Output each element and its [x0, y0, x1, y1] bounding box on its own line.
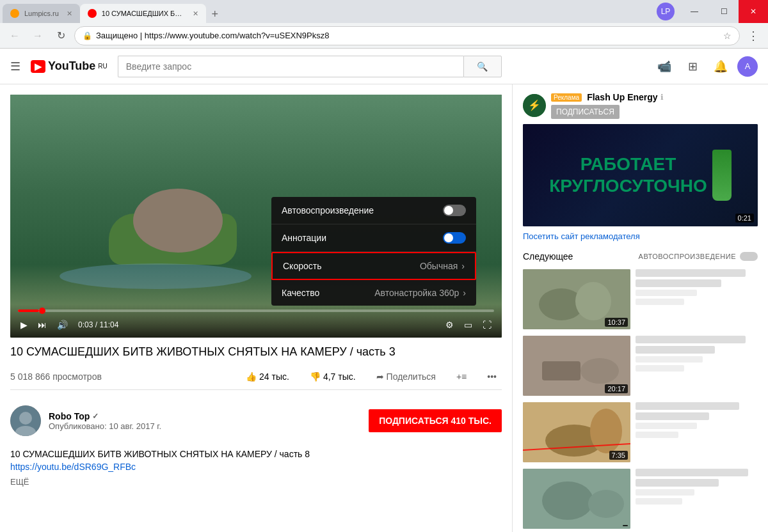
tab-lumpics-close[interactable]: ✕ — [67, 10, 72, 18]
related-video-3[interactable]: 7:35 — [523, 402, 758, 462]
youtube-page: ☰ ▶ YouTubeRU 🔍 📹 ⊞ 🔔 A — [0, 49, 768, 532]
fullscreen-button[interactable]: ⛶ — [480, 317, 494, 332]
related-title-4b — [636, 479, 719, 487]
bookmark-icon[interactable]: ☆ — [723, 31, 732, 41]
channel-avatar[interactable] — [10, 405, 41, 436]
related-duration-4 — [623, 525, 628, 526]
title-bar: Lumpics.ru ✕ 10 СУМАСШЕДШИХ БИ... ✕ + LP… — [0, 0, 768, 23]
related-video-1[interactable]: 10:37 — [523, 269, 758, 329]
related-thumb-4 — [523, 469, 630, 529]
time-display: 0:03 / 11:04 — [78, 320, 118, 329]
autoplay-toggle[interactable] — [443, 205, 466, 216]
url-bar[interactable]: 🔒 Защищено | https://www.youtube.com/wat… — [74, 26, 740, 45]
visit-advertiser-link[interactable]: Посетить сайт рекламодателя — [523, 231, 758, 241]
hamburger-menu-icon[interactable]: ☰ — [10, 59, 20, 74]
video-player[interactable]: Автовоспроизведение Аннотации Скорость — [10, 95, 502, 338]
publish-date: Опубликовано: 10 авг. 2017 г. — [49, 421, 361, 431]
search-input[interactable] — [118, 56, 463, 77]
annotations-toggle[interactable] — [443, 232, 466, 244]
like-button[interactable]: 👍 24 тыс. — [241, 369, 294, 384]
tab-lumpics[interactable]: Lumpics.ru ✕ — [3, 4, 80, 23]
ad-thumbnail[interactable]: РАБОТАЕТ КРУГЛОСУТОЧНО 0:21 — [523, 124, 758, 226]
url-text: Защищено | https://www.youtube.com/watch… — [96, 31, 719, 40]
chrome-menu-button[interactable]: ⋮ — [744, 26, 763, 45]
youtube-logo-suffix: RU — [98, 63, 107, 70]
settings-autoplay-label: Автовоспроизведение — [282, 205, 374, 215]
settings-autoplay[interactable]: Автовоспроизведение — [271, 197, 476, 224]
settings-button[interactable]: ⚙ — [443, 317, 456, 332]
channel-avatar-image — [10, 405, 41, 436]
more-button[interactable]: ••• — [482, 369, 502, 384]
related-video-4[interactable] — [523, 469, 758, 529]
share-button[interactable]: ➦ Поделиться — [371, 369, 441, 384]
search-bar[interactable]: 🔍 — [118, 56, 502, 77]
related-meta-1 — [636, 299, 684, 305]
related-thumb-2: 20:17 — [523, 336, 630, 396]
ad-thumbnail-bg: РАБОТАЕТ КРУГЛОСУТОЧНО — [523, 124, 758, 226]
ad-subscribe-button[interactable]: ПОДПИСАТЬСЯ — [551, 105, 620, 119]
youtube-logo-icon: ▶ — [31, 60, 45, 73]
dislike-button[interactable]: 👎 4,7 тыс. — [305, 369, 361, 384]
svg-rect-21 — [523, 469, 630, 529]
ad-header: ⚡ Реклама Flash Up Energy ℹ ПОДПИСАТЬСЯ — [523, 92, 758, 119]
related-info-4 — [636, 469, 758, 529]
subscribe-button[interactable]: ПОДПИСАТЬСЯ 410 ТЫС. — [369, 409, 502, 432]
video-camera-icon[interactable]: 📹 — [653, 55, 676, 78]
progress-bar[interactable] — [18, 309, 494, 312]
user-avatar[interactable]: A — [737, 56, 758, 77]
settings-quality-label: Качество — [282, 288, 319, 298]
description-link[interactable]: https://youtu.be/dSR69G_RFBc — [10, 462, 502, 472]
main-content: ☰ ▶ YouTubeRU 🔍 📹 ⊞ 🔔 A — [0, 49, 768, 532]
ad-bottle-graphic — [712, 150, 732, 201]
maximize-button[interactable]: ☐ — [709, 0, 739, 23]
ad-info-icon: ℹ — [660, 93, 664, 102]
lumpics-favicon — [10, 9, 19, 18]
ad-channel-icon: ⚡ — [523, 94, 546, 117]
video-section: Автовоспроизведение Аннотации Скорость — [0, 84, 512, 532]
autoplay-control: АВТОВОСПРОИЗВЕДЕНИЕ — [639, 252, 758, 261]
apps-icon[interactable]: ⊞ — [681, 55, 704, 78]
next-button[interactable]: ⏭ — [35, 317, 49, 332]
related-title-3b — [636, 412, 709, 420]
related-title-3 — [636, 402, 739, 410]
autoplay-label: АВТОВОСПРОИЗВЕДЕНИЕ — [639, 253, 736, 260]
tab-youtube-close[interactable]: ✕ — [193, 10, 198, 18]
settings-quality[interactable]: Качество Автонастройка 360p › — [271, 280, 476, 306]
volume-button[interactable]: 🔊 — [54, 317, 70, 332]
notifications-icon[interactable]: 🔔 — [709, 55, 732, 78]
related-title-1 — [636, 269, 746, 277]
svg-text:⚡: ⚡ — [528, 99, 541, 111]
settings-annotations[interactable]: Аннотации — [271, 224, 476, 252]
play-button[interactable]: ▶ — [18, 317, 30, 332]
new-tab-button[interactable]: + — [206, 5, 224, 23]
related-videos-list: 10:37 — [523, 269, 758, 529]
autoplay-toggle-sidebar[interactable] — [740, 252, 758, 261]
add-to-playlist-button[interactable]: +≡ — [451, 369, 472, 384]
water-effect — [60, 263, 252, 289]
ad-section: ⚡ Реклама Flash Up Energy ℹ ПОДПИСАТЬСЯ — [523, 92, 758, 241]
youtube-logo[interactable]: ▶ YouTubeRU — [31, 59, 108, 73]
sidebar: ⚡ Реклама Flash Up Energy ℹ ПОДПИСАТЬСЯ — [512, 84, 768, 532]
theater-button[interactable]: ▭ — [461, 317, 475, 332]
related-info-1 — [636, 269, 758, 329]
related-meta-4 — [636, 498, 682, 505]
tab-youtube[interactable]: 10 СУМАСШЕДШИХ БИ... ✕ — [80, 4, 206, 23]
back-button[interactable]: ← — [5, 26, 24, 45]
reload-button[interactable]: ↻ — [51, 26, 70, 45]
related-video-2[interactable]: 20:17 — [523, 336, 758, 396]
right-controls: ⚙ ▭ ⛶ — [443, 317, 494, 332]
settings-speed[interactable]: Скорость Обычная › — [271, 252, 476, 280]
settings-annotations-label: Аннотации — [282, 233, 326, 243]
search-button[interactable]: 🔍 — [463, 56, 502, 77]
progress-fill — [18, 309, 39, 312]
related-duration-1: 10:37 — [605, 318, 628, 327]
progress-dot — [39, 308, 45, 314]
related-title-4 — [636, 469, 748, 476]
related-duration-2: 20:17 — [605, 384, 628, 393]
close-button[interactable]: ✕ — [739, 0, 768, 23]
forward-button[interactable]: → — [28, 26, 47, 45]
related-info-2 — [636, 336, 758, 396]
minimize-button[interactable]: — — [680, 0, 709, 23]
related-thumb-3: 7:35 — [523, 402, 630, 462]
show-more-button[interactable]: ЕЩЁ — [10, 477, 502, 487]
